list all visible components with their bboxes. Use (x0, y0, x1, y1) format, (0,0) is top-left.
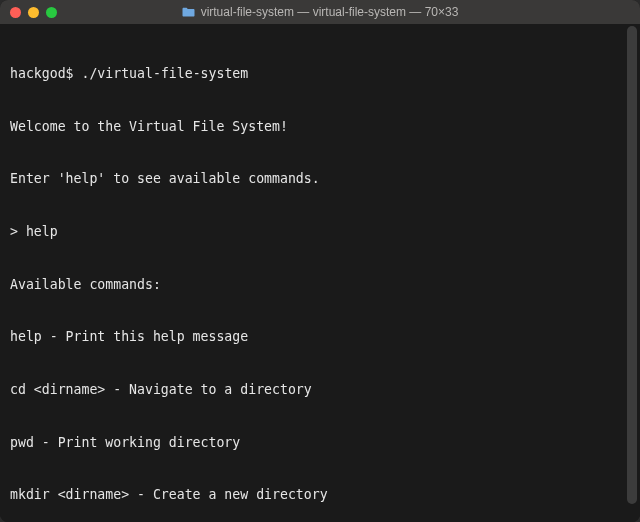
terminal-body[interactable]: hackgod$ ./virtual-file-system Welcome t… (0, 24, 640, 522)
help-line: pwd - Print working directory (10, 434, 630, 452)
terminal-window: virtual-file-system — virtual-file-syste… (0, 0, 640, 522)
shell-command: ./virtual-file-system (81, 66, 248, 81)
window-controls (10, 7, 57, 18)
title-center: virtual-file-system — virtual-file-syste… (0, 5, 640, 19)
help-line: mkdir <dirname> - Create a new directory (10, 486, 630, 504)
minimize-icon[interactable] (28, 7, 39, 18)
output-line: Welcome to the Virtual File System! (10, 118, 630, 136)
window-title: virtual-file-system — virtual-file-syste… (201, 5, 459, 19)
help-line: cd <dirname> - Navigate to a directory (10, 381, 630, 399)
output-line: Available commands: (10, 276, 630, 294)
output-line: Enter 'help' to see available commands. (10, 170, 630, 188)
close-icon[interactable] (10, 7, 21, 18)
help-line: help - Print this help message (10, 328, 630, 346)
titlebar[interactable]: virtual-file-system — virtual-file-syste… (0, 0, 640, 24)
repl-input: help (26, 224, 58, 239)
scrollbar[interactable] (625, 24, 639, 522)
folder-icon (182, 7, 195, 17)
repl-marker: > (10, 224, 18, 239)
shell-line: hackgod$ ./virtual-file-system (10, 65, 630, 83)
maximize-icon[interactable] (46, 7, 57, 18)
shell-prompt: hackgod$ (10, 66, 74, 81)
scrollbar-thumb[interactable] (627, 26, 637, 504)
repl-line: > help (10, 223, 630, 241)
